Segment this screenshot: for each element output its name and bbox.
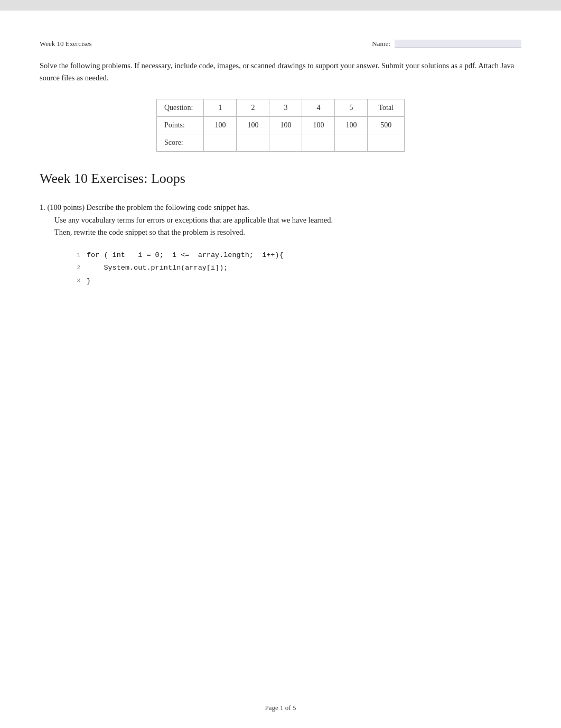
question-number: 1. (100 points)	[40, 203, 85, 211]
table-cell	[368, 134, 405, 152]
question-block: 1. (100 points) Describe the problem the…	[40, 201, 521, 287]
table-cell: 3	[269, 99, 302, 117]
table-cell: 5	[335, 99, 368, 117]
table-row-label: Score:	[156, 134, 203, 152]
table-cell: 2	[237, 99, 269, 117]
table-cell: 100	[302, 117, 335, 134]
table-cell: 100	[237, 117, 269, 134]
question-sub-line: Then, rewrite the code snippet so that t…	[54, 226, 521, 238]
page-number: Page 1 of 5	[265, 704, 296, 712]
table-cell: 1	[204, 99, 237, 117]
name-input-line	[395, 40, 521, 48]
page: Week 10 Exercises Name: Solve the follow…	[0, 11, 561, 728]
question-sub-line: Use any vocabulary terms for errors or e…	[54, 214, 521, 226]
page-footer: Page 1 of 5	[0, 704, 561, 712]
code-block: 1for ( int i = 0; i <= array.length; i++…	[69, 249, 521, 288]
table-cell: 100	[204, 117, 237, 134]
score-table-wrapper: Question:12345TotalPoints:10010010010010…	[40, 99, 521, 152]
page-header: Week 10 Exercises Name:	[40, 40, 521, 48]
code-text: System.out.println(array[i]);	[87, 262, 228, 274]
table-cell	[237, 134, 269, 152]
line-number: 1	[69, 249, 80, 261]
line-number: 2	[69, 262, 80, 273]
code-line: 1for ( int i = 0; i <= array.length; i++…	[69, 249, 521, 262]
table-cell	[269, 134, 302, 152]
questions-container: 1. (100 points) Describe the problem the…	[40, 201, 521, 303]
question-main-text: Describe the problem the following code …	[87, 203, 250, 211]
code-text: }	[87, 275, 91, 288]
code-line: 3}	[69, 275, 521, 288]
table-row: Score:	[156, 134, 404, 152]
table-cell: Total	[368, 99, 405, 117]
table-cell: 500	[368, 117, 405, 134]
name-label: Name:	[372, 40, 390, 48]
line-number: 3	[69, 275, 80, 287]
table-cell	[335, 134, 368, 152]
intro-text: Solve the following problems. If necessa…	[40, 60, 521, 84]
header-title: Week 10 Exercises	[40, 40, 92, 48]
header-name-area: Name:	[372, 40, 521, 48]
table-cell	[302, 134, 335, 152]
code-text: for ( int i = 0; i <= array.length; i++)…	[87, 249, 284, 262]
table-cell: 100	[269, 117, 302, 134]
table-cell	[204, 134, 237, 152]
table-row-label: Points:	[156, 117, 203, 134]
table-row: Question:12345Total	[156, 99, 404, 117]
question-number-line: 1. (100 points) Describe the problem the…	[40, 201, 521, 214]
section-title: Week 10 Exercises: Loops	[40, 171, 521, 187]
table-cell: 100	[335, 117, 368, 134]
score-table: Question:12345TotalPoints:10010010010010…	[156, 99, 405, 152]
table-row-label: Question:	[156, 99, 203, 117]
table-cell: 4	[302, 99, 335, 117]
table-row: Points:100100100100100500	[156, 117, 404, 134]
code-line: 2 System.out.println(array[i]);	[69, 262, 521, 274]
